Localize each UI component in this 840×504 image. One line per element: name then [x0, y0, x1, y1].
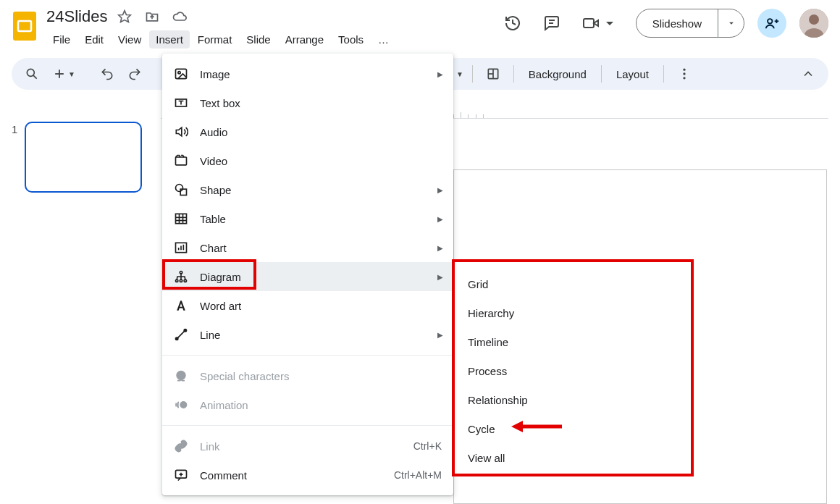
menu-insert[interactable]: Insert	[149, 30, 190, 49]
insert-item-image[interactable]: Image▶	[162, 59, 453, 88]
submenu-arrow-icon: ▶	[437, 244, 443, 252]
search-menus-icon[interactable]	[20, 62, 43, 85]
document-title[interactable]: 24Slides	[46, 7, 107, 26]
layout-button[interactable]: Layout	[610, 68, 655, 80]
shape-icon	[174, 182, 188, 197]
background-button[interactable]: Background	[523, 68, 592, 80]
svg-rect-0	[13, 12, 36, 41]
comments-icon[interactable]	[539, 10, 565, 36]
insert-item-text-box[interactable]: Text box	[162, 88, 453, 117]
move-icon[interactable]	[142, 7, 162, 27]
slideshow-dropdown[interactable]	[718, 9, 744, 37]
svg-point-45	[180, 402, 186, 408]
new-slide-button[interactable]: ▼	[48, 62, 80, 85]
diagram-option-process[interactable]: Process	[453, 356, 694, 385]
insert-item-table[interactable]: Table▶	[162, 204, 453, 233]
slides-logo[interactable]	[12, 9, 38, 43]
menu-item-label: Animation	[200, 399, 248, 411]
insert-item-audio[interactable]: Audio	[162, 117, 453, 146]
menu-file[interactable]: File	[46, 30, 77, 49]
submenu-arrow-icon: ▶	[437, 331, 443, 339]
more-options-icon[interactable]	[673, 62, 696, 85]
insert-item-diagram[interactable]: Diagram▶	[162, 262, 453, 291]
comment-icon	[174, 468, 188, 482]
audio-icon	[174, 125, 188, 139]
diagram-option-timeline[interactable]: Timeline	[453, 327, 694, 356]
menu-item-label: Special characters	[200, 370, 289, 382]
star-icon[interactable]	[114, 7, 135, 27]
submenu-arrow-icon: ▶	[437, 70, 443, 78]
slide-number: 1	[12, 122, 17, 135]
insert-item-special-characters: Special characters	[162, 361, 453, 390]
svg-line-44	[177, 331, 184, 337]
insert-item-shape[interactable]: Shape▶	[162, 175, 453, 204]
svg-rect-5	[584, 19, 594, 28]
header: 24Slides File Edit View Insert Format Sl…	[0, 0, 840, 54]
menu-item-label: Line	[200, 329, 220, 341]
diagram-option-relationship[interactable]: Relationship	[453, 385, 694, 414]
svg-marker-2	[119, 11, 131, 22]
menu-item-label: Text box	[200, 97, 240, 109]
slide-thumbnail[interactable]	[25, 122, 142, 193]
svg-point-27	[176, 185, 183, 192]
submenu-arrow-icon: ▶	[437, 273, 443, 281]
svg-point-39	[176, 280, 178, 282]
svg-point-38	[180, 272, 182, 274]
menu-tools[interactable]: Tools	[332, 30, 370, 49]
svg-point-43	[184, 329, 186, 332]
cloud-status-icon[interactable]	[169, 7, 190, 27]
diagram-submenu: GridHierarchyTimelineProcessRelationship…	[453, 261, 694, 476]
slideshow-button[interactable]: Slideshow	[636, 9, 744, 38]
menu-format[interactable]: Format	[191, 30, 239, 49]
menu-item-label: Shape	[200, 184, 231, 196]
menu-slide[interactable]: Slide	[240, 30, 277, 49]
svg-rect-28	[180, 189, 186, 195]
svg-line-13	[33, 75, 37, 79]
menu-view[interactable]: View	[112, 30, 148, 49]
menu-item-label: Chart	[200, 242, 227, 254]
redo-button[interactable]	[123, 62, 146, 85]
svg-rect-22	[176, 69, 187, 78]
svg-point-19	[683, 69, 685, 71]
insert-item-chart[interactable]: Chart▶	[162, 233, 453, 262]
insert-item-video[interactable]: Video	[162, 146, 453, 175]
menu-item-label: Table	[200, 213, 226, 225]
undo-button[interactable]	[96, 62, 119, 85]
diagram-option-view-all[interactable]: View all	[453, 443, 694, 472]
meet-button[interactable]	[578, 10, 623, 36]
insert-item-link: LinkCtrl+K	[162, 432, 453, 461]
svg-rect-26	[176, 157, 187, 165]
menu-item-label: Video	[200, 155, 227, 167]
insert-item-word-art[interactable]: Word art	[162, 291, 453, 320]
svg-point-20	[683, 72, 685, 75]
svg-point-7	[768, 19, 772, 23]
insert-item-comment[interactable]: CommentCtrl+Alt+M	[162, 461, 453, 490]
menu-item-label: Comment	[200, 469, 247, 482]
collapse-toolbar-icon[interactable]	[797, 62, 820, 85]
diagram-option-cycle[interactable]: Cycle	[453, 414, 694, 443]
title-block: 24Slides File Edit View Insert Format Sl…	[46, 6, 500, 49]
svg-marker-25	[176, 127, 182, 136]
diagram-icon	[174, 269, 188, 284]
insert-item-line[interactable]: Line▶	[162, 320, 453, 349]
insert-item-animation: Animation	[162, 390, 453, 419]
account-avatar[interactable]	[799, 9, 828, 38]
diagram-option-hierarchy[interactable]: Hierarchy	[453, 298, 694, 327]
svg-point-42	[176, 337, 178, 340]
menu-overflow[interactable]: …	[371, 30, 395, 49]
theme-button[interactable]	[482, 62, 505, 85]
menu-item-label: Audio	[200, 126, 227, 138]
svg-point-11	[809, 14, 819, 25]
submenu-arrow-icon: ▶	[437, 215, 443, 223]
link-icon	[174, 439, 188, 453]
wordart-icon	[174, 298, 188, 313]
share-button[interactable]	[757, 9, 786, 38]
omega-icon	[174, 369, 188, 383]
diagram-option-grid[interactable]: Grid	[453, 269, 694, 298]
svg-point-41	[184, 280, 186, 282]
menu-edit[interactable]: Edit	[78, 30, 110, 49]
menu-shortcut: Ctrl+K	[413, 440, 442, 452]
history-icon[interactable]	[500, 10, 526, 36]
menu-arrange[interactable]: Arrange	[279, 30, 330, 49]
menu-item-label: Link	[200, 440, 220, 453]
